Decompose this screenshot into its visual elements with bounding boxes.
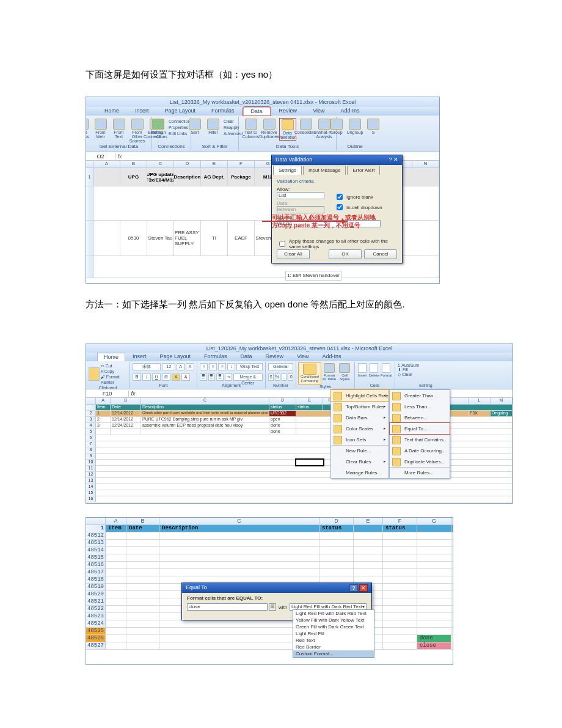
number-format-select[interactable]: General xyxy=(268,363,293,370)
tab-pagelayout[interactable]: Page Layout xyxy=(158,107,203,116)
tab-home[interactable]: Home xyxy=(97,353,125,361)
dropdown-option[interactable]: Red Text xyxy=(293,637,374,644)
tab-input-message[interactable]: Input Message xyxy=(303,166,346,175)
group-button[interactable]: Group xyxy=(329,119,345,134)
table-row: 48514 xyxy=(86,547,453,554)
name-box[interactable]: F10 xyxy=(86,391,129,397)
tab-addins[interactable]: Add-Ins xyxy=(316,353,347,361)
tab-view[interactable]: View xyxy=(305,107,332,116)
ignore-blank-checkbox[interactable]: Ignore blank xyxy=(334,192,382,202)
dropdown-option[interactable]: Light Red Fill with Dark Red Text xyxy=(293,610,374,617)
paste-button[interactable] xyxy=(89,367,100,381)
font-name-select[interactable]: 宋体 xyxy=(133,363,161,370)
merge-center-button[interactable]: Merge & Center xyxy=(233,373,263,381)
help-icon[interactable]: ? xyxy=(349,584,358,592)
font-size-select[interactable]: 12 xyxy=(162,363,175,370)
from-text-button[interactable]: From Text xyxy=(111,119,127,139)
group-label: Connections xyxy=(158,144,184,150)
allow-select[interactable]: List xyxy=(277,192,324,199)
sort-button[interactable]: Sort xyxy=(187,119,203,134)
cell-styles-button[interactable]: Cell Styles xyxy=(338,363,352,381)
menu-equal[interactable]: Equal To... xyxy=(390,423,450,434)
screenshot-data-validation: List_120326_My workbasket_v20120326_stev… xyxy=(86,97,440,284)
column-headers: A B C D E F G xyxy=(86,518,453,525)
text-to-columns-button[interactable]: Text to Columns xyxy=(243,119,259,139)
tab-review[interactable]: Review xyxy=(272,107,305,116)
help-icon[interactable]: ? ✕ xyxy=(389,156,398,164)
table-row: 48517 xyxy=(86,569,453,576)
tab-formulas[interactable]: Formulas xyxy=(198,353,233,361)
wrap-text-button[interactable]: Wrap Text xyxy=(236,363,263,370)
apply-all-checkbox[interactable]: Apply these changes to all other cells w… xyxy=(277,238,397,249)
tab-pagelayout[interactable]: Page Layout xyxy=(154,353,197,361)
menu-colorscales[interactable]: Color Scales▸ xyxy=(331,423,389,434)
remove-duplicates-button[interactable]: Remove Duplicates xyxy=(261,119,277,139)
menu-highlight-rules[interactable]: Highlight Cells Rules▸ xyxy=(331,390,389,401)
tab-home[interactable]: Home xyxy=(97,107,126,116)
tab-insert[interactable]: Insert xyxy=(126,353,153,361)
group-label: Sort & Filter xyxy=(202,144,227,150)
filter-button[interactable]: Filter xyxy=(205,119,221,134)
menu-less[interactable]: Less Than... xyxy=(390,401,450,412)
fx-icon[interactable]: fx xyxy=(115,153,124,160)
menu-more-rules[interactable]: More Rules... xyxy=(390,467,450,478)
data-validation-button[interactable]: Data Validation xyxy=(280,119,296,140)
dropdown-option[interactable]: Custom Format... xyxy=(293,650,374,657)
menu-iconsets[interactable]: Icon Sets▸ xyxy=(331,434,389,445)
close-icon[interactable]: ✕ xyxy=(359,584,368,592)
ungroup-button[interactable]: Ungroup xyxy=(347,119,363,134)
name-box[interactable]: O2 xyxy=(86,153,115,160)
insert-button[interactable]: Insert xyxy=(357,363,368,377)
menu-text-contains[interactable]: Text that Contains... xyxy=(390,434,450,445)
cut-button[interactable]: ✂ Cut xyxy=(101,363,127,369)
tab-insert[interactable]: Insert xyxy=(128,107,156,116)
subtotal-button[interactable]: S xyxy=(365,119,381,134)
from-other-button[interactable]: From Other Sources xyxy=(130,119,145,143)
clear-all-button[interactable]: Clear All xyxy=(277,249,310,259)
consolidate-button[interactable]: Consolidate xyxy=(298,119,314,134)
tab-addins[interactable]: Add-Ins xyxy=(333,107,367,116)
paragraph-1: 下面这屏是如何设置下拉对话框（如：yes no） xyxy=(86,67,476,82)
delete-button[interactable]: Delete xyxy=(369,363,379,377)
ok-button[interactable]: OK xyxy=(329,249,362,259)
dropdown-option[interactable]: Yellow Fill with Dark Yellow Text xyxy=(293,617,374,623)
from-web-button[interactable]: From Web xyxy=(93,119,109,139)
group-label: Alignment xyxy=(200,383,263,388)
group-label: Editing xyxy=(398,383,454,388)
tab-view[interactable]: View xyxy=(291,353,315,361)
menu-newrule[interactable]: New Rule... xyxy=(331,445,389,456)
menu-between[interactable]: Between... xyxy=(390,412,450,423)
fill-button[interactable]: ⬇ Fill xyxy=(398,367,408,372)
tab-error-alert[interactable]: Error Alert xyxy=(347,166,380,175)
refresh-button[interactable]: Refresh All xyxy=(150,119,166,139)
equal-value-input[interactable]: close xyxy=(187,603,268,611)
fx-icon[interactable]: fx xyxy=(129,391,137,397)
tab-data[interactable]: Data xyxy=(235,353,258,361)
dropdown-option[interactable]: Green Fill with Dark Green Text xyxy=(293,623,374,630)
dropdown-option[interactable]: Light Red Fill xyxy=(293,630,374,637)
conditional-formatting-button[interactable]: Conditional Formatting xyxy=(299,363,321,384)
incell-dropdown-checkbox[interactable]: In-cell dropdown xyxy=(334,202,382,212)
cancel-button[interactable]: Cancel xyxy=(364,249,397,259)
menu-greater[interactable]: Greater Than... xyxy=(390,390,450,401)
menu-date[interactable]: A Date Occurring... xyxy=(390,445,450,456)
tab-settings[interactable]: Settings xyxy=(273,166,302,175)
tab-data[interactable]: Data xyxy=(243,107,271,116)
from-access-button[interactable]: From Access xyxy=(86,119,90,139)
dropdown-option[interactable]: Red Border xyxy=(293,644,374,650)
range-picker-icon[interactable]: ⊞ xyxy=(269,603,276,611)
format-painter-button[interactable]: 🖌 Format Painter xyxy=(101,374,127,385)
format-button[interactable]: Format xyxy=(381,363,392,377)
clear-button[interactable]: ◇ Clear xyxy=(398,372,412,377)
tab-formulas[interactable]: Formulas xyxy=(204,107,242,116)
format-table-button[interactable]: Format as Table xyxy=(322,363,336,381)
menu-topbottom[interactable]: Top/Bottom Rules▸ xyxy=(331,401,389,412)
menu-managerules[interactable]: Manage Rules... xyxy=(331,467,389,478)
menu-duplicate[interactable]: Duplicate Values... xyxy=(390,456,450,467)
tab-review[interactable]: Review xyxy=(260,353,290,361)
menu-databars[interactable]: Data Bars▸ xyxy=(331,412,389,423)
autosum-button[interactable]: Σ AutoSum xyxy=(398,363,419,367)
copy-button[interactable]: ⎘ Copy xyxy=(101,369,127,374)
menu-clearrules[interactable]: Clear Rules▸ xyxy=(331,456,389,467)
format-dropdown: Light Red Fill with Dark Red Text Yellow… xyxy=(293,609,374,658)
